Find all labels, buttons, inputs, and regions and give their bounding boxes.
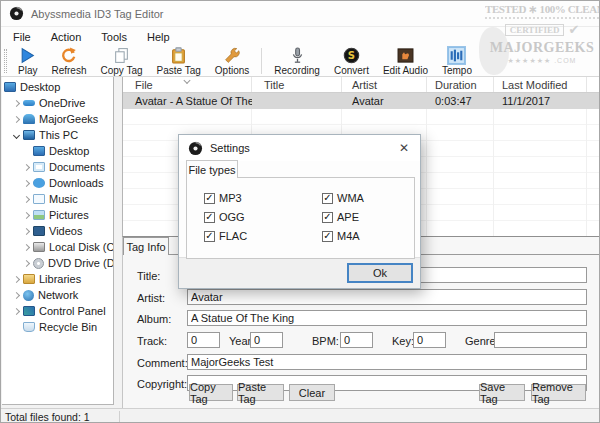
toolbar-grip[interactable] <box>4 49 7 73</box>
chevron-right-icon[interactable] <box>23 211 30 218</box>
sort-indicator-icon <box>183 77 190 84</box>
checkbox-wma[interactable]: ✓WMA <box>322 192 364 204</box>
checkbox-box-mp3[interactable]: ✓ <box>204 193 215 204</box>
chevron-right-icon[interactable] <box>13 115 20 122</box>
chevron-right-icon[interactable] <box>23 227 30 234</box>
checkbox-m4a[interactable]: ✓M4A <box>322 230 360 242</box>
checkbox-ape[interactable]: ✓APE <box>322 211 359 223</box>
toolbar-button-play[interactable]: Play <box>11 46 44 77</box>
menu-item-action[interactable]: Action <box>41 29 92 45</box>
column-header-file[interactable]: File <box>123 77 252 92</box>
tree-item-downloads[interactable]: Downloads <box>2 175 113 191</box>
ok-button[interactable]: Ok <box>347 263 413 283</box>
status-divider <box>119 411 120 422</box>
key-field[interactable] <box>413 332 446 348</box>
tree-item-libraries[interactable]: Libraries <box>2 271 113 287</box>
toolbar: PlayRefreshCopy TagPaste TagOptionsRecor… <box>1 46 599 77</box>
album-field[interactable] <box>187 310 587 326</box>
tree-item-majorgeeks[interactable]: MajorGeeks <box>2 111 113 127</box>
checkbox-mp3[interactable]: ✓MP3 <box>204 192 242 204</box>
remove-tag-button[interactable]: Remove Tag <box>531 384 586 401</box>
chevron-right-icon[interactable] <box>13 307 20 314</box>
column-gridline <box>493 93 494 236</box>
menu-item-help[interactable]: Help <box>137 29 180 45</box>
checkbox-box-ogg[interactable]: ✓ <box>204 212 215 223</box>
tree-item-local-disk-c[interactable]: Local Disk (C:) <box>2 239 113 255</box>
checkbox-label-m4a: M4A <box>337 230 360 242</box>
menu-bar: FileActionToolsHelp <box>1 27 599 46</box>
recycle-bin-icon <box>23 322 35 332</box>
close-icon[interactable]: ✕ <box>388 135 420 160</box>
toolbar-button-paste-tag[interactable]: Paste Tag <box>150 46 208 77</box>
tab-tag-info[interactable]: Tag Info <box>123 237 169 255</box>
chevron-right-icon[interactable] <box>13 99 20 106</box>
toolbar-button-tempo[interactable]: Tempo <box>435 46 479 77</box>
tree-item-this-pc[interactable]: This PC <box>2 127 113 143</box>
chevron-right-icon[interactable] <box>13 275 20 282</box>
toolbar-button-refresh[interactable]: Refresh <box>44 46 93 77</box>
tree-item-label: Control Panel <box>39 305 106 317</box>
tree-item-label: Documents <box>49 161 105 173</box>
toolbar-button-copy-tag[interactable]: Copy Tag <box>93 46 149 77</box>
control-panel-icon <box>23 306 35 316</box>
tree-item-recycle-bin[interactable]: Recycle Bin <box>2 319 113 335</box>
chevron-right-icon[interactable] <box>23 163 30 170</box>
chevron-right-icon[interactable] <box>23 259 30 266</box>
chevron-right-icon[interactable] <box>23 243 30 250</box>
comment-field[interactable] <box>187 354 587 370</box>
tree-item-onedrive[interactable]: OneDrive <box>2 95 113 111</box>
title-label: Title: <box>137 270 160 282</box>
tree-item-music[interactable]: Music <box>2 191 113 207</box>
tree-item-desktop[interactable]: Desktop <box>2 79 113 95</box>
chevron-down-icon[interactable] <box>13 131 20 138</box>
onedrive-icon <box>23 100 35 106</box>
tree-item-network[interactable]: Network <box>2 287 113 303</box>
track-field[interactable] <box>187 332 220 348</box>
chevron-right-icon[interactable] <box>23 195 30 202</box>
checkbox-box-flac[interactable]: ✓ <box>204 231 215 242</box>
column-header-artist[interactable]: Artist <box>342 77 427 92</box>
file-row[interactable]: Avatar - A Statue Of The King....Avatar0… <box>123 93 600 109</box>
window-title: Abyssmedia ID3 Tag Editor <box>31 8 163 20</box>
copy-tag-button[interactable]: Copy Tag <box>189 384 233 401</box>
chevron-right-icon[interactable] <box>23 179 30 186</box>
cell-file: Avatar - A Statue Of The King.... <box>123 93 252 109</box>
toolbar-button-recording[interactable]: Recording <box>267 46 327 77</box>
menu-item-tools[interactable]: Tools <box>91 29 137 45</box>
tree-item-label: Downloads <box>49 177 103 189</box>
tab-file-types[interactable]: File types <box>186 160 238 178</box>
toolbar-button-convert[interactable]: SConvert <box>327 46 376 77</box>
column-header-last-modified[interactable]: Last Modified <box>494 77 587 92</box>
column-header-duration[interactable]: Duration <box>427 77 494 92</box>
settings-dialog-title: Settings <box>210 142 250 154</box>
tab-tag-info-label: Tag Info <box>126 241 165 253</box>
comment-label: Comment: <box>137 357 188 369</box>
artist-field[interactable] <box>187 289 587 305</box>
tree-item-documents[interactable]: Documents <box>2 159 113 175</box>
folder-tree: DesktopOneDriveMajorGeeksThis PCDesktopD… <box>2 77 114 405</box>
checkbox-flac[interactable]: ✓FLAC <box>204 230 247 242</box>
clear-button[interactable]: Clear <box>289 384 335 401</box>
chevron-right-icon[interactable] <box>13 291 20 298</box>
paste-tag-button[interactable]: Paste Tag <box>237 384 284 401</box>
toolbar-button-options[interactable]: Options <box>208 46 256 77</box>
checkbox-ogg[interactable]: ✓OGG <box>204 211 245 223</box>
tree-item-control-panel[interactable]: Control Panel <box>2 303 113 319</box>
checkbox-box-ape[interactable]: ✓ <box>322 212 333 223</box>
artist-label: Artist: <box>137 292 165 304</box>
column-header-title[interactable]: Title <box>252 77 342 92</box>
tree-item-videos[interactable]: Videos <box>2 223 113 239</box>
bpm-field[interactable] <box>340 332 373 348</box>
tree-item-desktop[interactable]: Desktop <box>2 143 113 159</box>
genre-field[interactable] <box>494 332 587 348</box>
toolbar-button-edit-audio[interactable]: Edit Audio <box>376 46 435 77</box>
menu-item-file[interactable]: File <box>3 29 41 45</box>
bpm-label: BPM: <box>312 335 339 347</box>
tree-item-pictures[interactable]: Pictures <box>2 207 113 223</box>
checkbox-box-m4a[interactable]: ✓ <box>322 231 333 242</box>
save-tag-button[interactable]: Save Tag <box>479 384 525 401</box>
year-field[interactable] <box>250 332 283 348</box>
tree-item-dvd-drive-d[interactable]: DVD Drive (D:) <box>2 255 113 271</box>
majorgeeks-icon <box>23 114 35 124</box>
checkbox-box-wma[interactable]: ✓ <box>322 193 333 204</box>
